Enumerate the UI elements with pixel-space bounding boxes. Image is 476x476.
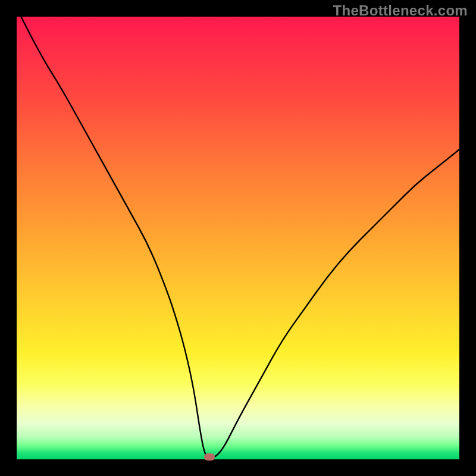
chart-container: TheBottleneck.com <box>0 0 476 476</box>
bottleneck-curve <box>17 17 459 459</box>
plot-area <box>17 17 459 459</box>
optimal-marker <box>204 453 215 461</box>
watermark-text: TheBottleneck.com <box>333 2 468 19</box>
